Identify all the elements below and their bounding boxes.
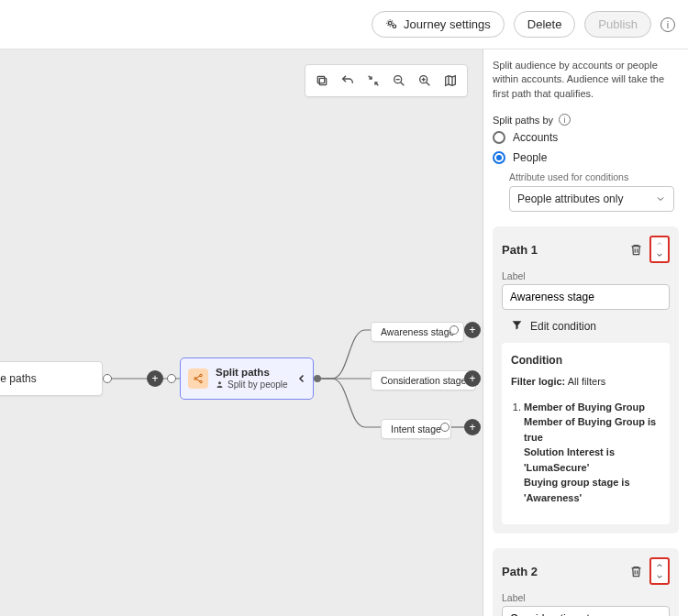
edit-condition-label: Edit condition	[530, 320, 596, 333]
add-after-branch-button[interactable]: +	[464, 419, 481, 435]
cond-line: Buying group stage is 'Awareness'	[524, 477, 630, 503]
side-panel: Split audience by accounts or people wit…	[483, 50, 688, 616]
radio-icon	[493, 151, 505, 164]
svg-line-9	[196, 376, 200, 379]
branch-consideration[interactable]: Consideration stage	[371, 370, 476, 390]
path-2-label-label: Label	[502, 592, 670, 603]
journey-settings-button[interactable]: Journey settings	[372, 11, 505, 38]
path-2-title: Path 2	[502, 565, 538, 578]
branch-label: Awareness stage	[381, 326, 454, 337]
branch-port[interactable]	[449, 325, 459, 335]
info-icon[interactable]: i	[660, 17, 675, 32]
add-after-branch-button[interactable]: +	[464, 370, 481, 387]
svg-marker-23	[446, 76, 456, 86]
reorder-control	[649, 557, 670, 585]
split-output-port	[314, 375, 321, 382]
add-node-button[interactable]: +	[147, 370, 163, 387]
radio-accounts[interactable]: Accounts	[493, 131, 679, 144]
move-up-button[interactable]	[651, 560, 668, 571]
branch-label: Consideration stage	[381, 375, 466, 386]
cond-line: Solution Interest is 'LumaSecure'	[524, 446, 615, 473]
path-card-2: Path 2 Label	[493, 548, 679, 616]
path-1-label-input[interactable]	[502, 284, 670, 310]
split-node-title: Split paths	[216, 367, 288, 380]
chevron-left-icon	[296, 371, 307, 389]
radio-people-label: People	[513, 151, 547, 164]
map-icon[interactable]	[438, 69, 463, 93]
split-node-subtitle: Split by people	[227, 380, 288, 390]
gear-icon	[385, 18, 398, 31]
attribute-select[interactable]: People attributes only	[509, 186, 674, 212]
node-input-port[interactable]	[167, 374, 176, 383]
filter-logic-label: Filter logic:	[511, 376, 565, 387]
svg-point-1	[393, 25, 396, 28]
radio-accounts-label: Accounts	[513, 131, 558, 144]
path-1-title: Path 1	[502, 243, 538, 257]
canvas-toolbar	[305, 64, 468, 97]
attribute-label: Attribute used for conditions	[509, 171, 679, 182]
cond-line: Member of Buying Group	[524, 402, 645, 412]
path-1-label-label: Label	[502, 270, 670, 281]
add-after-branch-button[interactable]: +	[464, 322, 481, 338]
attribute-select-value: People attributes only	[517, 192, 623, 205]
share-icon	[188, 368, 208, 389]
svg-line-10	[196, 380, 200, 382]
trash-icon[interactable]	[627, 563, 644, 579]
publish-button: Publish	[584, 11, 651, 38]
copy-icon[interactable]	[309, 69, 335, 93]
move-down-button[interactable]	[651, 249, 668, 260]
collapse-icon[interactable]	[361, 69, 386, 93]
zoom-in-icon[interactable]	[412, 69, 438, 93]
svg-point-0	[389, 21, 393, 25]
info-icon[interactable]: i	[559, 114, 571, 126]
journey-canvas[interactable]: Merge paths + Split paths Split by peopl…	[0, 50, 483, 616]
delete-label: Delete	[527, 17, 562, 31]
move-up-button	[651, 238, 668, 249]
filter-icon	[511, 319, 523, 334]
split-paths-node[interactable]: Split paths Split by people	[180, 358, 314, 400]
path-card-1: Path 1 Label	[493, 226, 679, 534]
edit-condition-button[interactable]: Edit condition	[511, 319, 670, 334]
svg-point-11	[218, 382, 221, 385]
move-down-button[interactable]	[651, 571, 668, 582]
reorder-control	[649, 236, 670, 263]
branch-port[interactable]	[440, 423, 449, 432]
svg-rect-13	[317, 76, 324, 82]
undo-icon[interactable]	[335, 69, 361, 93]
cond-line: Member of Buying Group is true	[524, 416, 656, 443]
chevron-down-icon	[655, 193, 666, 204]
zoom-out-icon[interactable]	[386, 69, 412, 93]
split-by-label: Split paths by i	[493, 114, 679, 126]
panel-description: Split audience by accounts or people wit…	[493, 59, 679, 101]
top-toolbar: Journey settings Delete Publish i	[0, 0, 688, 50]
branch-label: Intent stage	[391, 424, 441, 434]
svg-line-20	[427, 82, 430, 86]
svg-line-17	[401, 82, 405, 86]
person-icon	[216, 380, 224, 389]
journey-settings-label: Journey settings	[404, 17, 491, 31]
radio-icon	[493, 131, 505, 144]
publish-label: Publish	[598, 17, 638, 31]
trash-icon[interactable]	[627, 241, 644, 258]
merge-paths-node[interactable]: Merge paths	[0, 361, 103, 396]
delete-button[interactable]: Delete	[514, 11, 576, 38]
condition-card: Condition Filter logic: All filters Memb…	[502, 343, 670, 524]
path-2-label-input[interactable]	[502, 606, 670, 616]
radio-people[interactable]: People	[493, 151, 679, 164]
node-output-port[interactable]	[103, 374, 112, 383]
filter-logic-value: All filters	[568, 376, 606, 387]
condition-title: Condition	[511, 352, 660, 368]
svg-rect-12	[319, 78, 326, 84]
merge-paths-label: Merge paths	[0, 372, 37, 385]
